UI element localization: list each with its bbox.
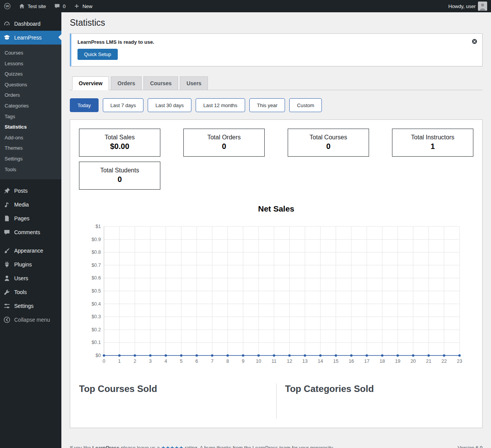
svg-text:14: 14 — [318, 359, 323, 364]
filter-custom[interactable]: Custom — [289, 98, 322, 112]
sidebar-item-posts[interactable]: Posts — [0, 184, 61, 198]
submenu-item-categories[interactable]: Categories — [0, 101, 61, 111]
svg-text:21: 21 — [426, 359, 431, 364]
top-categories-title: Top Categories Sold — [285, 384, 473, 394]
svg-text:$0.2: $0.2 — [92, 327, 101, 332]
svg-text:19: 19 — [395, 359, 400, 364]
sidebar-item-label: Comments — [14, 229, 40, 235]
svg-text:1: 1 — [118, 359, 121, 364]
footer-suffix: rating. A huge thanks from the LearnPres… — [185, 445, 334, 448]
submenu-item-tags[interactable]: Tags — [0, 111, 61, 122]
footer-middle: please leave us a — [121, 445, 160, 448]
admin-bar-left: W Test site 0 New — [0, 0, 96, 12]
top-courses-section: Top Courses Sold — [79, 384, 276, 419]
admin-sidebar: DashboardLearnPressCoursesLessonsQuizzes… — [0, 12, 61, 448]
svg-text:18: 18 — [380, 359, 385, 364]
sidebar-item-label: Collapse menu — [14, 317, 50, 323]
plus-icon — [73, 3, 80, 10]
rating-stars-link[interactable]: ★★★★★ — [161, 445, 183, 448]
media-icon — [3, 201, 11, 208]
submenu-item-tools[interactable]: Tools — [0, 164, 61, 175]
filter-last-12-months[interactable]: Last 12 months — [196, 98, 245, 112]
sidebar-item-dashboard[interactable]: Dashboard — [0, 17, 61, 31]
sidebar-item-pages[interactable]: Pages — [0, 212, 61, 225]
submenu-item-courses[interactable]: Courses — [0, 48, 61, 58]
filter-last-30-days[interactable]: Last 30 days — [148, 98, 191, 112]
filter-this-year[interactable]: This year — [249, 98, 285, 112]
svg-text:4: 4 — [165, 359, 167, 364]
my-account-link[interactable]: Howdy, user — [445, 0, 491, 12]
admin-bar: W Test site 0 New Howdy, user — [0, 0, 491, 12]
footer-thanks: If you like LearnPress please leave us a… — [70, 445, 334, 448]
svg-text:$1: $1 — [96, 224, 101, 229]
sidebar-item-tools[interactable]: Tools — [0, 285, 61, 299]
submenu-item-orders[interactable]: Orders — [0, 90, 61, 101]
filter-today[interactable]: Today — [70, 98, 99, 112]
sidebar-item-plugins[interactable]: Plugins — [0, 258, 61, 271]
sidebar-item-collapse-menu[interactable]: Collapse menu — [0, 313, 61, 327]
site-name-link[interactable]: Test site — [15, 0, 50, 12]
submenu-item-themes[interactable]: Themes — [0, 143, 61, 154]
sidebar-item-settings[interactable]: Settings — [0, 299, 61, 313]
svg-text:$0.1: $0.1 — [92, 340, 101, 345]
svg-text:6: 6 — [195, 359, 198, 364]
svg-text:15: 15 — [333, 359, 339, 364]
sidebar-item-media[interactable]: Media — [0, 198, 61, 212]
stat-card-total-sales: Total Sales$0.00 — [79, 129, 160, 157]
svg-text:9: 9 — [242, 359, 244, 364]
svg-text:12: 12 — [287, 359, 292, 364]
main-content: Statistics LearnPress LMS is ready to us… — [61, 0, 491, 448]
date-range-filters: TodayLast 7 daysLast 30 daysLast 12 mont… — [70, 98, 483, 112]
wordpress-menu[interactable]: W — [0, 0, 15, 12]
stat-card-value: 1 — [395, 142, 470, 151]
svg-text:$0.8: $0.8 — [92, 250, 101, 255]
sidebar-item-comments[interactable]: Comments — [0, 225, 61, 239]
stat-card-value: $0.00 — [82, 142, 157, 151]
submenu-item-settings[interactable]: Settings — [0, 154, 61, 164]
submenu-item-lessons[interactable]: Lessons — [0, 58, 61, 69]
svg-text:3: 3 — [149, 359, 152, 364]
stat-card-value: 0 — [291, 142, 366, 151]
submenu-item-quizzes[interactable]: Quizzes — [0, 69, 61, 79]
submenu-item-questions[interactable]: Questions — [0, 79, 61, 90]
pages-icon — [3, 215, 11, 222]
submenu-item-statistics[interactable]: Statistics — [0, 122, 61, 132]
net-sales-chart: $0$0.1$0.2$0.3$0.4$0.5$0.6$0.7$0.8$0.9$1… — [79, 223, 474, 368]
plugins-icon — [3, 261, 11, 268]
stat-card-total-instructors: Total Instructors1 — [392, 129, 473, 157]
learnpress-submenu: CoursesLessonsQuizzesQuestionsOrdersCate… — [0, 45, 61, 179]
statistics-tabs: OverviewOrdersCoursesUsers — [70, 76, 483, 90]
bottom-sections: Top Courses Sold Top Categories Sold — [79, 384, 473, 419]
quick-setup-button[interactable]: Quick Setup — [77, 49, 118, 60]
sidebar-item-learnpress[interactable]: LearnPress — [0, 31, 61, 45]
dashboard-icon — [3, 20, 11, 28]
tab-courses[interactable]: Courses — [143, 76, 178, 90]
svg-text:$0.4: $0.4 — [92, 301, 101, 307]
svg-text:$0.5: $0.5 — [92, 288, 101, 294]
comments-link[interactable]: 0 — [50, 0, 69, 12]
menu-separator — [0, 179, 61, 184]
new-content-link[interactable]: New — [69, 0, 96, 12]
filter-last-7-days[interactable]: Last 7 days — [103, 98, 144, 112]
dismiss-notice-icon[interactable] — [471, 38, 478, 45]
comment-bubble-icon — [54, 3, 61, 10]
admin-menu: DashboardLearnPressCoursesLessonsQuizzes… — [0, 12, 61, 327]
tab-users[interactable]: Users — [180, 76, 208, 90]
collapse-icon — [3, 316, 11, 324]
stat-card-value: 0 — [82, 175, 157, 184]
sidebar-item-users[interactable]: Users — [0, 271, 61, 285]
footer-brand: LearnPress — [92, 445, 120, 448]
learnpress-icon — [3, 34, 11, 41]
submenu-item-add-ons[interactable]: Add-ons — [0, 132, 61, 143]
sidebar-item-appearance[interactable]: Appearance — [0, 244, 61, 258]
page-title: Statistics — [70, 16, 483, 30]
svg-text:$0.9: $0.9 — [92, 237, 101, 242]
svg-text:$0.7: $0.7 — [92, 263, 101, 268]
tab-overview[interactable]: Overview — [72, 76, 109, 90]
tab-orders[interactable]: Orders — [111, 76, 142, 90]
settings-icon — [3, 302, 11, 310]
stat-card-value: 0 — [187, 142, 261, 151]
svg-text:5: 5 — [180, 359, 183, 364]
top-courses-title: Top Courses Sold — [79, 384, 276, 394]
stat-card-label: Total Students — [82, 167, 157, 174]
